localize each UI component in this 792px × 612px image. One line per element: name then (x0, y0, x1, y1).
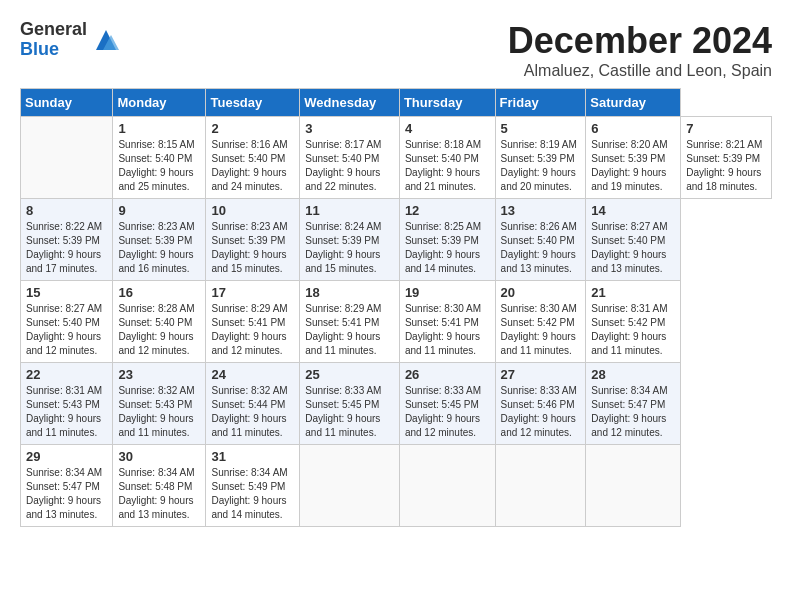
day-number: 3 (305, 121, 394, 136)
calendar-cell: 7Sunrise: 8:21 AMSunset: 5:39 PMDaylight… (681, 117, 772, 199)
day-info: Sunrise: 8:32 AMSunset: 5:44 PMDaylight:… (211, 385, 287, 438)
day-info: Sunrise: 8:29 AMSunset: 5:41 PMDaylight:… (211, 303, 287, 356)
day-number: 4 (405, 121, 490, 136)
header-wednesday: Wednesday (300, 89, 400, 117)
calendar-week-1: 1Sunrise: 8:15 AMSunset: 5:40 PMDaylight… (21, 117, 772, 199)
day-number: 12 (405, 203, 490, 218)
day-number: 28 (591, 367, 675, 382)
day-number: 7 (686, 121, 766, 136)
day-info: Sunrise: 8:33 AMSunset: 5:46 PMDaylight:… (501, 385, 577, 438)
day-info: Sunrise: 8:28 AMSunset: 5:40 PMDaylight:… (118, 303, 194, 356)
day-number: 13 (501, 203, 581, 218)
calendar-cell (399, 445, 495, 527)
day-number: 18 (305, 285, 394, 300)
day-info: Sunrise: 8:22 AMSunset: 5:39 PMDaylight:… (26, 221, 102, 274)
calendar-cell (495, 445, 586, 527)
calendar-header-row: SundayMondayTuesdayWednesdayThursdayFrid… (21, 89, 772, 117)
calendar-cell: 17Sunrise: 8:29 AMSunset: 5:41 PMDayligh… (206, 281, 300, 363)
day-info: Sunrise: 8:17 AMSunset: 5:40 PMDaylight:… (305, 139, 381, 192)
calendar-week-2: 8Sunrise: 8:22 AMSunset: 5:39 PMDaylight… (21, 199, 772, 281)
day-number: 15 (26, 285, 107, 300)
day-number: 1 (118, 121, 200, 136)
calendar-cell: 29Sunrise: 8:34 AMSunset: 5:47 PMDayligh… (21, 445, 113, 527)
calendar-cell: 12Sunrise: 8:25 AMSunset: 5:39 PMDayligh… (399, 199, 495, 281)
day-info: Sunrise: 8:29 AMSunset: 5:41 PMDaylight:… (305, 303, 381, 356)
calendar-week-5: 29Sunrise: 8:34 AMSunset: 5:47 PMDayligh… (21, 445, 772, 527)
day-number: 25 (305, 367, 394, 382)
logo-general: General (20, 20, 87, 40)
day-info: Sunrise: 8:26 AMSunset: 5:40 PMDaylight:… (501, 221, 577, 274)
day-number: 26 (405, 367, 490, 382)
calendar-cell: 4Sunrise: 8:18 AMSunset: 5:40 PMDaylight… (399, 117, 495, 199)
day-info: Sunrise: 8:23 AMSunset: 5:39 PMDaylight:… (118, 221, 194, 274)
calendar-cell: 20Sunrise: 8:30 AMSunset: 5:42 PMDayligh… (495, 281, 586, 363)
header-monday: Monday (113, 89, 206, 117)
calendar-cell: 27Sunrise: 8:33 AMSunset: 5:46 PMDayligh… (495, 363, 586, 445)
day-number: 6 (591, 121, 675, 136)
calendar-cell: 5Sunrise: 8:19 AMSunset: 5:39 PMDaylight… (495, 117, 586, 199)
calendar-cell: 3Sunrise: 8:17 AMSunset: 5:40 PMDaylight… (300, 117, 400, 199)
calendar-cell (300, 445, 400, 527)
day-info: Sunrise: 8:30 AMSunset: 5:41 PMDaylight:… (405, 303, 481, 356)
day-info: Sunrise: 8:34 AMSunset: 5:49 PMDaylight:… (211, 467, 287, 520)
header-friday: Friday (495, 89, 586, 117)
month-title: December 2024 (508, 20, 772, 62)
day-number: 23 (118, 367, 200, 382)
calendar-week-4: 22Sunrise: 8:31 AMSunset: 5:43 PMDayligh… (21, 363, 772, 445)
calendar-week-3: 15Sunrise: 8:27 AMSunset: 5:40 PMDayligh… (21, 281, 772, 363)
day-number: 11 (305, 203, 394, 218)
day-number: 22 (26, 367, 107, 382)
calendar-cell: 8Sunrise: 8:22 AMSunset: 5:39 PMDaylight… (21, 199, 113, 281)
header-saturday: Saturday (586, 89, 681, 117)
calendar-cell: 18Sunrise: 8:29 AMSunset: 5:41 PMDayligh… (300, 281, 400, 363)
day-info: Sunrise: 8:20 AMSunset: 5:39 PMDaylight:… (591, 139, 667, 192)
calendar-cell: 31Sunrise: 8:34 AMSunset: 5:49 PMDayligh… (206, 445, 300, 527)
day-info: Sunrise: 8:15 AMSunset: 5:40 PMDaylight:… (118, 139, 194, 192)
page-header: General Blue December 2024 Almaluez, Cas… (20, 20, 772, 80)
day-number: 5 (501, 121, 581, 136)
day-number: 8 (26, 203, 107, 218)
calendar-cell: 24Sunrise: 8:32 AMSunset: 5:44 PMDayligh… (206, 363, 300, 445)
calendar-cell: 23Sunrise: 8:32 AMSunset: 5:43 PMDayligh… (113, 363, 206, 445)
calendar-cell: 26Sunrise: 8:33 AMSunset: 5:45 PMDayligh… (399, 363, 495, 445)
calendar-cell: 14Sunrise: 8:27 AMSunset: 5:40 PMDayligh… (586, 199, 681, 281)
header-sunday: Sunday (21, 89, 113, 117)
day-number: 27 (501, 367, 581, 382)
calendar-table: SundayMondayTuesdayWednesdayThursdayFrid… (20, 88, 772, 527)
day-info: Sunrise: 8:16 AMSunset: 5:40 PMDaylight:… (211, 139, 287, 192)
day-number: 16 (118, 285, 200, 300)
calendar-cell: 22Sunrise: 8:31 AMSunset: 5:43 PMDayligh… (21, 363, 113, 445)
day-number: 31 (211, 449, 294, 464)
day-info: Sunrise: 8:27 AMSunset: 5:40 PMDaylight:… (26, 303, 102, 356)
day-number: 2 (211, 121, 294, 136)
day-number: 9 (118, 203, 200, 218)
day-info: Sunrise: 8:18 AMSunset: 5:40 PMDaylight:… (405, 139, 481, 192)
day-info: Sunrise: 8:33 AMSunset: 5:45 PMDaylight:… (305, 385, 381, 438)
calendar-cell: 25Sunrise: 8:33 AMSunset: 5:45 PMDayligh… (300, 363, 400, 445)
day-info: Sunrise: 8:33 AMSunset: 5:45 PMDaylight:… (405, 385, 481, 438)
day-info: Sunrise: 8:27 AMSunset: 5:40 PMDaylight:… (591, 221, 667, 274)
calendar-cell: 16Sunrise: 8:28 AMSunset: 5:40 PMDayligh… (113, 281, 206, 363)
day-number: 17 (211, 285, 294, 300)
day-info: Sunrise: 8:31 AMSunset: 5:42 PMDaylight:… (591, 303, 667, 356)
day-info: Sunrise: 8:19 AMSunset: 5:39 PMDaylight:… (501, 139, 577, 192)
day-number: 14 (591, 203, 675, 218)
day-info: Sunrise: 8:24 AMSunset: 5:39 PMDaylight:… (305, 221, 381, 274)
day-info: Sunrise: 8:23 AMSunset: 5:39 PMDaylight:… (211, 221, 287, 274)
logo-icon (91, 25, 121, 55)
title-area: December 2024 Almaluez, Castille and Leo… (508, 20, 772, 80)
header-thursday: Thursday (399, 89, 495, 117)
day-info: Sunrise: 8:31 AMSunset: 5:43 PMDaylight:… (26, 385, 102, 438)
calendar-cell: 6Sunrise: 8:20 AMSunset: 5:39 PMDaylight… (586, 117, 681, 199)
day-number: 20 (501, 285, 581, 300)
calendar-cell: 28Sunrise: 8:34 AMSunset: 5:47 PMDayligh… (586, 363, 681, 445)
calendar-cell (586, 445, 681, 527)
day-info: Sunrise: 8:32 AMSunset: 5:43 PMDaylight:… (118, 385, 194, 438)
header-tuesday: Tuesday (206, 89, 300, 117)
day-number: 30 (118, 449, 200, 464)
logo: General Blue (20, 20, 121, 60)
calendar-cell (21, 117, 113, 199)
calendar-cell: 30Sunrise: 8:34 AMSunset: 5:48 PMDayligh… (113, 445, 206, 527)
calendar-cell: 21Sunrise: 8:31 AMSunset: 5:42 PMDayligh… (586, 281, 681, 363)
calendar-cell: 9Sunrise: 8:23 AMSunset: 5:39 PMDaylight… (113, 199, 206, 281)
